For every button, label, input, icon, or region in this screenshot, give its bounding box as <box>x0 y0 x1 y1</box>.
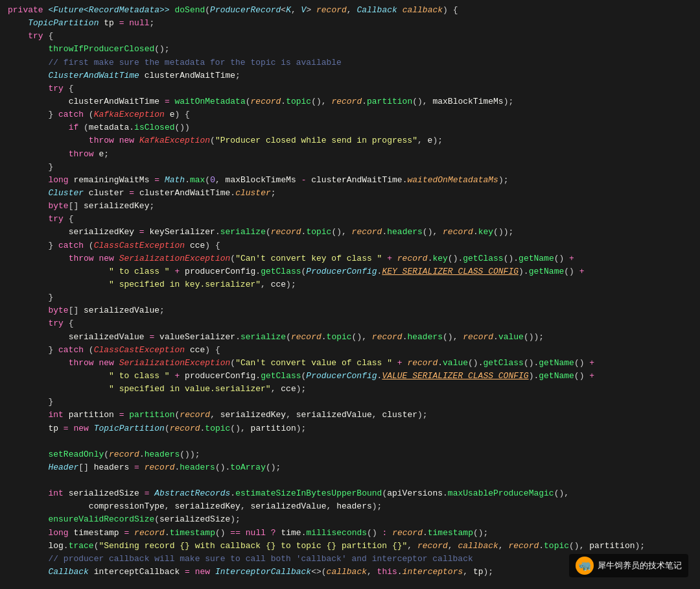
code-line-17: try { <box>8 213 692 226</box>
watermark: 🦏 犀牛饲养员的技术笔记 <box>569 554 688 577</box>
watermark-icon: 🦏 <box>576 557 594 575</box>
code-line-3: try { <box>8 30 692 43</box>
code-line-40: ensureValidRecordSize(serializedSize); <box>8 513 692 526</box>
code-line-10: if (metadata.isClosed()) <box>8 121 692 134</box>
code-line-13: } <box>8 161 692 174</box>
code-container: private <Future<RecordMetadata>> doSend(… <box>0 0 700 589</box>
code-line-8: clusterAndWaitTime = waitOnMetadata(reco… <box>8 95 692 108</box>
code-line-36: Header[] headers = record.headers().toAr… <box>8 461 692 474</box>
code-line-16: byte[] serializedKey; <box>8 200 692 213</box>
code-line-30: " specified in value.serializer", cce); <box>8 383 692 396</box>
code-line-37 <box>8 474 692 487</box>
code-line-5: // first make sure the metadata for the … <box>8 56 692 69</box>
code-line-32: int partition = partition(record, serial… <box>8 409 692 422</box>
code-line-7: try { <box>8 82 692 95</box>
code-line-26: serializedValue = valueSerializer.serial… <box>8 331 692 344</box>
code-line-39: compressionType, serializedKey, serializ… <box>8 500 692 513</box>
code-line-1: private <Future<RecordMetadata>> doSend(… <box>8 4 692 17</box>
code-line-12: throw e; <box>8 148 692 161</box>
code-line-15: Cluster cluster = clusterAndWaitTime.clu… <box>8 187 692 200</box>
code-line-41: long timestamp = record.timestamp() == n… <box>8 527 692 540</box>
code-line-19: } catch (ClassCastException cce) { <box>8 239 692 252</box>
code-line-28: throw new SerializationException("Can't … <box>8 357 692 370</box>
code-line-29: " to class " + producerConfig.getClass(P… <box>8 370 692 383</box>
code-line-42: log.trace("Sending record {} with callba… <box>8 540 692 553</box>
code-line-35: setReadOnly(record.headers()); <box>8 448 692 461</box>
code-line-6: ClusterAndWaitTime clusterAndWaitTime; <box>8 69 692 82</box>
code-line-4: throwIfProducerClosed(); <box>8 43 692 56</box>
code-line-14: long remainingWaitMs = Math.max(0, maxBl… <box>8 174 692 187</box>
code-line-2: TopicPartition tp = null; <box>8 17 692 30</box>
code-line-22: " specified in key.serializer", cce); <box>8 278 692 291</box>
code-line-25: try { <box>8 317 692 330</box>
code-line-21: " to class " + producerConfig.getClass(P… <box>8 265 692 278</box>
watermark-text: 犀牛饲养员的技术笔记 <box>598 559 682 572</box>
code-line-20: throw new SerializationException("Can't … <box>8 252 692 265</box>
code-line-33: tp = new TopicPartition(record.topic(), … <box>8 422 692 435</box>
code-line-38: int serializedSize = AbstractRecords.est… <box>8 487 692 500</box>
code-line-18: serializedKey = keySerializer.serialize(… <box>8 226 692 239</box>
code-line-11: throw new KafkaException("Producer close… <box>8 134 692 147</box>
code-line-24: byte[] serializedValue; <box>8 304 692 317</box>
code-line-9: } catch (KafkaException e) { <box>8 108 692 121</box>
code-line-31: } <box>8 396 692 409</box>
code-line-27: } catch (ClassCastException cce) { <box>8 344 692 357</box>
code-line-45 <box>8 579 692 589</box>
code-line-23: } <box>8 291 692 304</box>
code-line-34 <box>8 435 692 448</box>
